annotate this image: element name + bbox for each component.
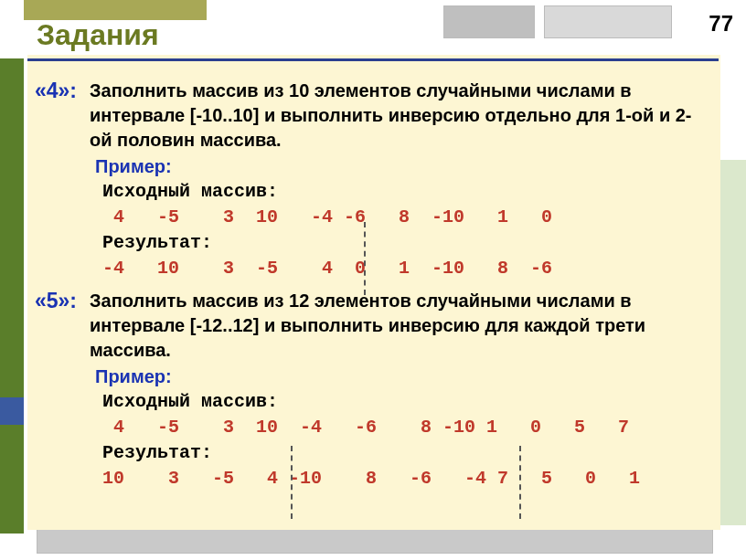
task-5-text: Заполнить массив из 12 элементов случайн…: [90, 289, 711, 363]
task-4-result-label: Результат:: [102, 230, 711, 256]
task-4-input-left: 4 -5 3 10 -4: [102, 206, 333, 227]
task-4-input-right: -6 8 -10 1 0: [333, 206, 552, 227]
task-5-result-label: Результат:: [102, 440, 711, 466]
task-4-result-right: 0 1 -10 8 -6: [333, 258, 552, 279]
content-area: «4»: Заполнить массив из 10 элементов сл…: [29, 73, 717, 502]
task-5-result-a: 10 3 -5 4: [102, 468, 278, 489]
task-4-input-row: 4 -5 3 10 -4 -6 8 -10 1 0: [102, 205, 711, 230]
task-5-label: «5»:: [35, 289, 90, 313]
decor-shape: [0, 58, 24, 534]
task-5-example: Исходный массив: 4 -5 3 10 -4 -6 8 -10 1…: [102, 389, 711, 491]
task-4-label: «4»:: [35, 79, 90, 103]
page-number: 77: [709, 11, 733, 37]
task-4-divider: [364, 222, 366, 295]
task-5-input-c: 1 0 5 7: [475, 417, 629, 438]
decor-shape: [717, 160, 746, 525]
task-4-text: Заполнить массив из 10 элементов случайн…: [90, 79, 711, 153]
decor-shape: [443, 5, 535, 38]
task-5-result-row: 10 3 -5 4 -10 8 -6 -4 7 5 0 1: [102, 466, 711, 491]
task-4-block: «4»: Заполнить массив из 10 элементов сл…: [35, 79, 711, 281]
decor-shape: [544, 5, 672, 38]
task-5-input-a: 4 -5 3 10: [102, 417, 278, 438]
task-5-result-b: -10 8 -6 -4: [278, 468, 486, 489]
decor-shape: [37, 526, 713, 554]
decor-shape: [24, 0, 207, 20]
task-5-input-row: 4 -5 3 10 -4 -6 8 -10 1 0 5 7: [102, 415, 711, 440]
task-4-result-row: -4 10 3 -5 4 0 1 -10 8 -6: [102, 256, 711, 281]
task-5-example-label: Пример:: [95, 366, 711, 387]
task-4-input-label: Исходный массив:: [102, 179, 711, 205]
task-5-divider-2: [519, 446, 521, 519]
heading-underline: [27, 58, 719, 61]
task-5-result-c: 7 5 0 1: [486, 468, 640, 489]
decor-shape: [0, 397, 24, 425]
slide-heading: Задания: [37, 18, 159, 52]
task-5-divider-1: [291, 446, 293, 519]
task-5-block: «5»: Заполнить массив из 12 элементов сл…: [35, 289, 711, 491]
task-4-example: Исходный массив: 4 -5 3 10 -4 -6 8 -10 1…: [102, 179, 711, 281]
task-4-result-left: -4 10 3 -5 4: [102, 258, 333, 279]
task-4-example-label: Пример:: [95, 156, 711, 177]
task-5-input-b: -4 -6 8 -10: [278, 417, 475, 438]
task-5-input-label: Исходный массив:: [102, 389, 711, 415]
